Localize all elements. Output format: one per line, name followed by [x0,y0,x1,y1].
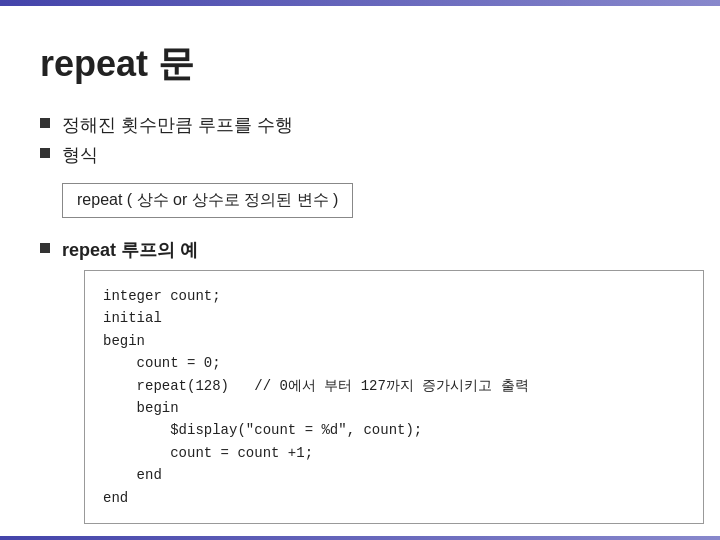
bullet-icon [40,148,50,158]
code-line-3: initial [103,307,685,329]
code-line-6: repeat(128) // 0에서 부터 127까지 증가시키고 출력 [103,375,685,397]
page-title: repeat 문 [40,40,680,89]
slide: repeat 문 정해진 횟수만큼 루프를 수행 형식 repeat ( 상수 … [0,0,720,540]
code-line-1: integer count; [103,285,685,307]
code-line-4: begin [103,330,685,352]
code-line-11: end [103,487,685,509]
top-border [0,0,720,6]
bullet-text-1: 정해진 횟수만큼 루프를 수행 [62,113,293,137]
example-label: repeat 루프의 예 [62,238,704,262]
bullet-text-2: 형식 [62,143,98,167]
code-line-5: count = 0; [103,352,685,374]
code-line-7: begin [103,397,685,419]
list-item: 형식 [40,143,680,167]
bottom-border [0,536,720,540]
list-item: 정해진 횟수만큼 루프를 수행 [40,113,680,137]
bullet-icon-example [40,243,50,253]
bullet-icon [40,118,50,128]
code-line-9: count = count +1; [103,442,685,464]
code-box: integer count; initial begin count = 0; … [84,270,704,524]
code-line-10: end [103,464,685,486]
example-content: repeat 루프의 예 integer count; initial begi… [62,238,704,524]
syntax-box: repeat ( 상수 or 상수로 정의된 변수 ) [62,183,353,218]
example-section: repeat 루프의 예 integer count; initial begi… [40,238,680,524]
bullet-list: 정해진 횟수만큼 루프를 수행 형식 [40,113,680,167]
code-line-8: $display("count = %d", count); [103,419,685,441]
